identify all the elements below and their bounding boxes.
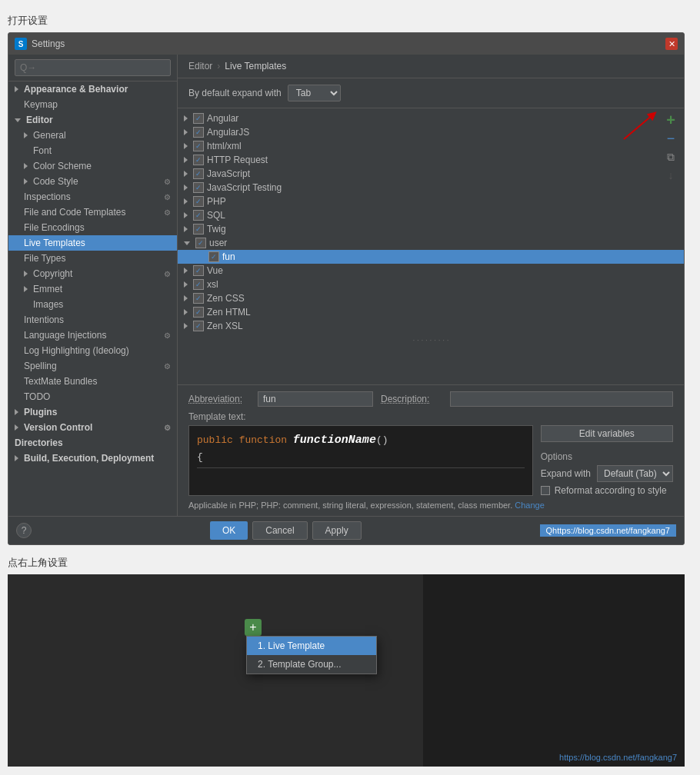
- expand-with-options[interactable]: Default (Tab) Tab Enter: [597, 465, 673, 482]
- move-down-button[interactable]: ↓: [662, 167, 679, 184]
- apply-button[interactable]: Apply: [312, 521, 362, 540]
- close-button[interactable]: ✕: [665, 38, 678, 50]
- sidebar-item-inspections[interactable]: Inspections ⚙: [8, 189, 177, 205]
- cancel-button[interactable]: Cancel: [252, 521, 307, 540]
- sidebar-item-fileencodings[interactable]: File Encodings: [8, 220, 177, 235]
- add-button[interactable]: +: [662, 111, 679, 128]
- check-icon[interactable]: [193, 155, 204, 165]
- check-icon[interactable]: [193, 321, 204, 331]
- check-icon[interactable]: [195, 238, 206, 248]
- check-icon[interactable]: [193, 210, 204, 221]
- check-icon[interactable]: [208, 251, 219, 262]
- sidebar-item-editor[interactable]: Editor: [8, 112, 177, 128]
- template-group-php[interactable]: PHP: [178, 195, 684, 208]
- check-icon[interactable]: [193, 307, 204, 318]
- expand-icon: [15, 86, 18, 92]
- detail-area: Abbreviation: Description: Template text…: [178, 384, 684, 516]
- expand-icon: [24, 271, 28, 277]
- description-label: Description:: [381, 394, 442, 404]
- check-icon[interactable]: [193, 141, 204, 151]
- remove-button[interactable]: −: [662, 130, 679, 147]
- sidebar-item-emmet[interactable]: Emmet: [8, 281, 177, 297]
- group-name: SQL: [207, 210, 225, 221]
- abbreviation-input[interactable]: [258, 391, 373, 407]
- template-group-htmlxml[interactable]: html/xml: [178, 139, 684, 153]
- sidebar-label: Log Highlighting (Ideolog): [24, 345, 129, 356]
- template-group-angularjs[interactable]: AngularJS: [178, 125, 684, 139]
- template-group-twig[interactable]: Twig: [178, 222, 684, 236]
- template-group-xsl[interactable]: xsl: [178, 278, 684, 291]
- template-group-vue[interactable]: Vue: [178, 264, 684, 278]
- template-group-httprequest[interactable]: HTTP Request: [178, 153, 684, 167]
- sidebar-item-keymap[interactable]: Keymap: [8, 97, 177, 112]
- template-group-javascript[interactable]: JavaScript: [178, 167, 684, 181]
- group-name: user: [209, 238, 227, 248]
- sidebar-label: Build, Execution, Deployment: [24, 453, 154, 464]
- sidebar-item-spelling[interactable]: Spelling ⚙: [8, 358, 177, 374]
- check-icon[interactable]: [193, 182, 204, 193]
- copy-button[interactable]: ⧉: [662, 148, 679, 165]
- sidebar-item-plugins[interactable]: Plugins: [8, 404, 177, 420]
- sidebar-label: Images: [33, 299, 63, 310]
- sidebar-item-languageinjections[interactable]: Language Injections ⚙: [8, 328, 177, 343]
- code-editor[interactable]: public function functionName() {: [188, 425, 533, 496]
- sidebar-item-versioncontrol[interactable]: Version Control ⚙: [8, 420, 177, 435]
- description-input[interactable]: [450, 391, 673, 407]
- sidebar-item-filetypes[interactable]: File Types: [8, 251, 177, 266]
- sidebar-label: Version Control: [24, 422, 92, 433]
- check-icon[interactable]: [193, 127, 204, 138]
- context-menu-item-templategroup[interactable]: 2. Template Group...: [247, 655, 376, 674]
- template-group-zenhtml[interactable]: Zen HTML: [178, 305, 684, 319]
- sidebar-item-images[interactable]: Images: [8, 297, 177, 312]
- expand-icon: [184, 115, 188, 121]
- template-group-sql[interactable]: SQL: [178, 208, 684, 222]
- change-link[interactable]: Change: [515, 501, 545, 510]
- help-button[interactable]: ?: [16, 523, 32, 538]
- template-group-jstesting[interactable]: JavaScript Testing: [178, 181, 684, 195]
- expand-with-select[interactable]: Tab Enter Space: [288, 85, 341, 101]
- edit-variables-button[interactable]: Edit variables: [541, 425, 673, 442]
- sidebar-item-directories[interactable]: Directories: [8, 435, 177, 451]
- sidebar-item-intentions[interactable]: Intentions: [8, 312, 177, 328]
- expand-icon: [15, 424, 18, 431]
- group-name: xsl: [207, 279, 218, 290]
- sidebar-item-font[interactable]: Font: [8, 143, 177, 158]
- watermark-bar: Qhttps://blog.csdn.net/fangkang7: [540, 524, 676, 537]
- group-name: Zen XSL: [207, 321, 243, 331]
- template-group-zenxsl[interactable]: Zen XSL: [178, 319, 684, 333]
- context-plus-button[interactable]: +: [245, 619, 262, 636]
- sidebar-label: File and Code Templates: [24, 207, 126, 218]
- template-item-fun[interactable]: fun: [178, 250, 684, 264]
- check-icon[interactable]: [193, 196, 204, 207]
- template-group-zencss[interactable]: Zen CSS: [178, 291, 684, 305]
- sidebar-item-general[interactable]: General: [8, 128, 177, 143]
- check-icon[interactable]: [193, 293, 204, 304]
- search-input[interactable]: [15, 59, 171, 76]
- expand-icon: [184, 281, 188, 288]
- sidebar-item-loghighlighting[interactable]: Log Highlighting (Ideolog): [8, 343, 177, 358]
- sidebar-item-textmatebundles[interactable]: TextMate Bundles: [8, 374, 177, 389]
- sidebar-item-colorscheme[interactable]: Color Scheme: [8, 158, 177, 174]
- sidebar-item-livetemplates[interactable]: Live Templates: [8, 235, 177, 251]
- sidebar-label: TextMate Bundles: [24, 376, 97, 387]
- expand-icon: [24, 178, 28, 185]
- sidebar-label: Editor: [26, 115, 53, 125]
- sidebar-item-copyright[interactable]: Copyright ⚙: [8, 266, 177, 281]
- check-icon[interactable]: [193, 113, 204, 124]
- check-icon[interactable]: [193, 224, 204, 234]
- sidebar-item-todo[interactable]: TODO: [8, 389, 177, 404]
- check-icon[interactable]: [193, 168, 204, 179]
- action-buttons: + − ⧉ ↓: [662, 111, 679, 184]
- reformat-checkbox[interactable]: [541, 486, 550, 495]
- sidebar-item-appearance[interactable]: Appearance & Behavior: [8, 81, 177, 97]
- sidebar-item-buildexecution[interactable]: Build, Execution, Deployment: [8, 451, 177, 466]
- watermark-text: Qhttps://blog.csdn.net/fangkang7: [546, 526, 670, 535]
- check-icon[interactable]: [193, 265, 204, 276]
- ok-button[interactable]: OK: [210, 521, 248, 540]
- sidebar-item-codestyle[interactable]: Code Style ⚙: [8, 174, 177, 189]
- template-group-user[interactable]: user: [178, 236, 684, 250]
- template-group-angular[interactable]: Angular: [178, 111, 684, 125]
- context-menu-item-livetemplate[interactable]: 1. Live Template: [247, 637, 376, 655]
- sidebar-item-fileandcode[interactable]: File and Code Templates ⚙: [8, 205, 177, 220]
- check-icon[interactable]: [193, 279, 204, 290]
